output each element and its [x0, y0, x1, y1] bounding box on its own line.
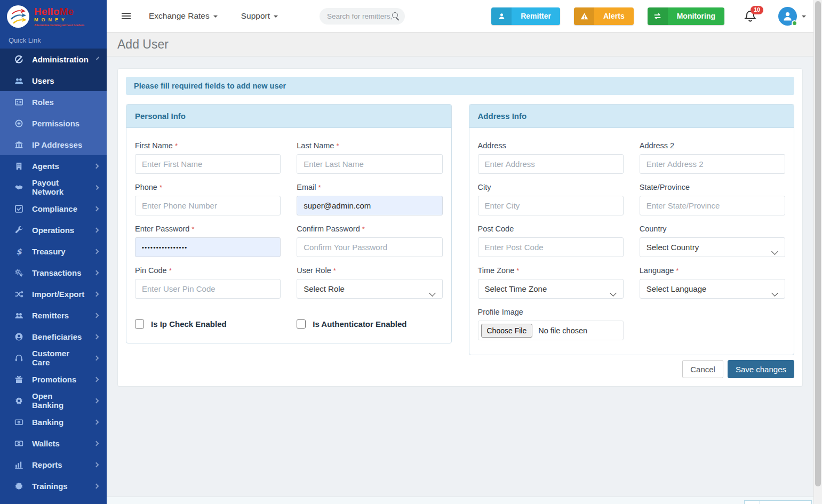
language-select[interactable]: Select Language — [640, 279, 785, 299]
sidebar-item-remitters[interactable]: Remitters — [0, 305, 107, 326]
authenticator-field: Is Authenticator Enabled — [297, 319, 442, 329]
last-name-input[interactable] — [297, 154, 442, 174]
confirm-password-field: Confirm Password — [297, 225, 442, 257]
pin-code-field: Pin Code — [135, 266, 281, 299]
vertical-scrollbar[interactable] — [813, 0, 822, 504]
hamburger-menu-icon[interactable] — [122, 13, 131, 19]
gift-icon — [14, 375, 23, 384]
search-input[interactable] — [327, 12, 392, 20]
time-zone-select[interactable]: Select Time Zone — [478, 279, 624, 299]
ip-check-checkbox[interactable] — [135, 319, 144, 329]
sidebar-item-label: Payout Network — [32, 178, 86, 196]
sidebar-item-label: Import/Export — [32, 290, 84, 299]
sidebar-item-compliance[interactable]: Compliance — [0, 198, 107, 219]
authenticator-checkbox[interactable] — [297, 319, 306, 329]
alerts-button[interactable]: Alerts — [574, 7, 634, 25]
partial-bottom-widget[interactable] — [744, 500, 812, 504]
remitter-button[interactable]: Remitter — [491, 7, 560, 25]
person-icon — [491, 7, 512, 25]
menu-support[interactable]: Support — [241, 11, 278, 21]
first-name-input[interactable] — [135, 154, 281, 174]
brand-wordmark: HelloMe MONEY Alternative banking withou… — [34, 6, 84, 27]
sidebar-item-users[interactable]: Users — [0, 70, 107, 91]
country-label: Country — [640, 225, 785, 233]
password-input[interactable] — [135, 237, 281, 257]
chevron-right-icon — [94, 334, 99, 339]
confirm-password-input[interactable] — [297, 237, 442, 257]
pin-code-input[interactable] — [135, 279, 281, 299]
sidebar-item-administration[interactable]: Administration — [0, 49, 107, 70]
address2-input[interactable] — [640, 154, 785, 174]
sidebar-item-agents[interactable]: Agents — [0, 155, 107, 177]
exchange-arrows-icon — [648, 7, 668, 25]
choose-file-button[interactable]: Choose File — [481, 324, 533, 338]
sidebar-item-ip-addresses[interactable]: IP Addresses — [0, 134, 107, 155]
time-zone-field: Time Zone Select Time Zone — [478, 266, 624, 299]
brand-logo[interactable]: HelloMe MONEY Alternative banking withou… — [0, 0, 107, 31]
search-icon[interactable] — [392, 12, 400, 20]
sidebar-item-open-banking[interactable]: Open Banking — [0, 390, 107, 411]
sidebar-item-beneficiaries[interactable]: Beneficiaries — [0, 326, 107, 347]
sidebar-item-transactions[interactable]: Transactions — [0, 262, 107, 283]
footer-strip — [107, 497, 813, 504]
sidebar-item-trainings[interactable]: Trainings — [0, 475, 107, 497]
sidebar-item-label: Roles — [32, 98, 54, 107]
user-menu[interactable] — [778, 7, 806, 26]
sidebar-item-promotions[interactable]: Promotions — [0, 369, 107, 390]
sidebar-item-reports[interactable]: Reports — [0, 454, 107, 475]
country-field: Country Select Country — [640, 225, 785, 257]
info-alert: Please fill required fields to add new u… — [126, 77, 794, 95]
sidebar-item-operations[interactable]: Operations — [0, 219, 107, 241]
city-input[interactable] — [478, 196, 624, 215]
brand-me: Me — [59, 6, 74, 17]
sidebar-item-label: Trainings — [32, 482, 68, 491]
email-label: Email — [297, 183, 442, 191]
save-changes-button[interactable]: Save changes — [728, 360, 794, 378]
first-name-label: First Name — [135, 141, 281, 150]
state-input[interactable] — [640, 196, 785, 215]
cancel-button[interactable]: Cancel — [682, 360, 723, 378]
avatar — [778, 7, 797, 26]
sidebar-item-payout-network[interactable]: Payout Network — [0, 177, 107, 198]
sidebar-item-wallets[interactable]: Wallets — [0, 433, 107, 454]
topbar: Exchange Rates Support Remitter Alerts M… — [107, 0, 822, 32]
seal-icon — [14, 482, 23, 491]
language-field: Language Select Language — [640, 266, 785, 299]
menu-label: Support — [241, 11, 270, 21]
address-input[interactable] — [478, 154, 624, 174]
brand-money: MONEY — [34, 17, 84, 22]
sidebar-item-banking[interactable]: Banking — [0, 411, 107, 433]
sidebar-item-label: Compliance — [32, 204, 77, 213]
menu-exchange-rates[interactable]: Exchange Rates — [149, 11, 218, 21]
sidebar-item-roles[interactable]: Roles — [0, 91, 107, 113]
scrollbar-thumb[interactable] — [815, 1, 821, 486]
user-role-select[interactable]: Select Role — [297, 279, 442, 299]
sidebar-item-label: Open Banking — [32, 391, 86, 410]
notifications-button[interactable]: 10 — [744, 10, 757, 23]
caret-down-icon — [213, 15, 218, 18]
building-icon — [14, 162, 23, 171]
sidebar-item-import-export[interactable]: Import/Export — [0, 283, 107, 305]
email-input[interactable] — [297, 196, 442, 215]
post-code-input[interactable] — [478, 237, 624, 257]
gear-icon — [14, 396, 23, 405]
sidebar-item-label: IP Addresses — [32, 140, 82, 149]
button-label: Alerts — [594, 12, 634, 20]
add-user-card: Please fill required fields to add new u… — [117, 68, 803, 387]
sidebar-item-customer-care[interactable]: Customer Care — [0, 347, 107, 369]
file-status-text: No file chosen — [538, 326, 587, 335]
sidebar-item-treasury[interactable]: $ Treasury — [0, 241, 107, 262]
phone-input[interactable] — [135, 196, 281, 215]
sidebar-item-permissions[interactable]: Permissions — [0, 113, 107, 134]
money-bill-icon — [14, 439, 23, 448]
sidebar-item-label: Promotions — [32, 375, 76, 384]
country-select[interactable]: Select Country — [640, 237, 785, 257]
sync-icon — [14, 55, 23, 64]
id-card-icon — [14, 98, 23, 107]
monitoring-button[interactable]: Monitoring — [648, 7, 724, 25]
profile-image-field: Profile Image Choose File No file chosen — [478, 308, 624, 340]
chevron-right-icon — [94, 462, 99, 467]
users-icon — [14, 311, 23, 320]
panel-title: Personal Info — [126, 105, 451, 128]
handshake-icon — [14, 183, 23, 192]
